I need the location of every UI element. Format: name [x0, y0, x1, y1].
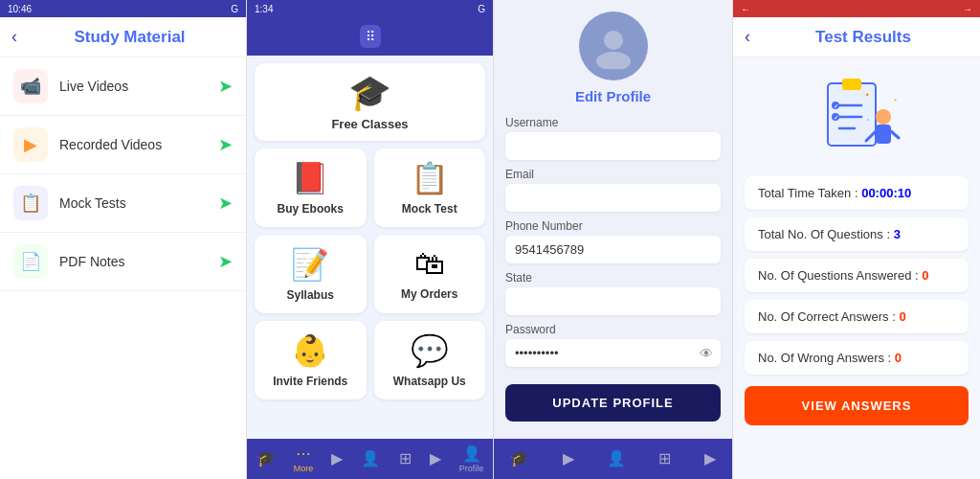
statusbar-1: 10:46 G: [0, 0, 246, 17]
bottom-nav-user[interactable]: 👤: [361, 449, 380, 468]
email-input[interactable]: [505, 184, 721, 212]
bottom-nav-more[interactable]: ⋯ More: [294, 445, 314, 473]
statusbar-2: 1:34 G: [247, 0, 493, 17]
panel3-user-icon: 👤: [607, 449, 626, 468]
state-input[interactable]: [505, 287, 721, 315]
bottom-nav-grid[interactable]: ⊞: [399, 449, 412, 468]
grid-icon: ⊞: [399, 449, 412, 468]
mock-tests-arrow: ➤: [218, 193, 233, 214]
profile-icon: 👤: [462, 445, 481, 463]
state-group: State: [505, 271, 721, 315]
menu-item-recorded-videos[interactable]: ▶ Recorded Videos ➤: [0, 116, 246, 174]
back-button[interactable]: ‹: [11, 27, 17, 47]
eye-toggle-icon[interactable]: 👁: [700, 346, 713, 361]
time-taken-value: 00:00:10: [861, 186, 911, 200]
result-time-taken: Total Time Taken : 00:00:10: [745, 176, 969, 210]
edit-profile-title: Edit Profile: [505, 88, 721, 104]
live-videos-arrow: ➤: [218, 76, 233, 97]
buy-ebooks-icon: 📕: [291, 160, 329, 196]
panel3-nav-user[interactable]: 👤: [607, 449, 626, 468]
statusbar4-left: ←: [741, 4, 750, 14]
app-item-whatsapp-us[interactable]: 💬 Whatsapp Us: [374, 321, 486, 399]
more-label: More: [294, 464, 314, 473]
bottom-nav-play[interactable]: ▶: [430, 449, 441, 468]
app-item-mock-test[interactable]: 📋 Mock Test: [374, 148, 486, 227]
username-input[interactable]: [505, 132, 721, 160]
study-material-panel: 10:46 G ‹ Study Material 📹 Live Videos ➤…: [0, 0, 247, 479]
email-group: Email: [505, 168, 721, 212]
mock-test-label: Mock Test: [402, 202, 457, 216]
app-item-invite-friends[interactable]: 👶 Invite Friends: [255, 321, 367, 399]
panel3-nav-grid[interactable]: ⊞: [658, 449, 671, 468]
menu-item-live-videos[interactable]: 📹 Live Videos ➤: [0, 57, 246, 116]
result-wrong-answers: No. Of Wrong Answers : 0: [745, 341, 969, 375]
mock-test-icon: 📋: [411, 160, 449, 196]
username-label: Username: [505, 116, 721, 129]
view-answers-button[interactable]: VIEW ANSWERS: [745, 386, 969, 425]
phone-input[interactable]: [505, 236, 721, 263]
update-profile-button[interactable]: UPDATE PROFILE: [505, 384, 721, 422]
phone-group: Phone Number: [505, 219, 721, 263]
invite-friends-label: Invite Friends: [273, 375, 347, 388]
svg-rect-3: [842, 79, 861, 90]
svg-line-14: [891, 131, 899, 138]
panel3-nav-play[interactable]: ▶: [704, 449, 716, 468]
user-icon: 👤: [361, 449, 380, 468]
my-orders-label: My Orders: [401, 287, 457, 301]
svg-point-11: [876, 109, 891, 125]
panel3-home-icon: 🎓: [510, 449, 529, 468]
menu-item-pdf-notes[interactable]: 📄 PDF Notes ➤: [0, 233, 246, 291]
app-item-buy-ebooks[interactable]: 📕 Buy Ebooks: [255, 148, 367, 227]
phone-label: Phone Number: [505, 219, 721, 233]
panel3-nav-video[interactable]: ▶: [563, 449, 574, 468]
invite-friends-icon: 👶: [291, 332, 329, 369]
panel3-nav-home[interactable]: 🎓: [510, 449, 529, 468]
back-button-4[interactable]: ‹: [745, 27, 750, 47]
app-item-my-orders[interactable]: 🛍 My Orders: [374, 235, 486, 313]
total-questions-value: 3: [894, 227, 901, 241]
my-orders-icon: 🛍: [414, 246, 445, 282]
profile-label: Profile: [459, 464, 484, 473]
bottom-nav-video[interactable]: ▶: [331, 449, 343, 468]
statusbar-4: ← →: [733, 0, 980, 17]
result-questions-answered: No. Of Questions Answered : 0: [745, 259, 969, 292]
result-illustration: ✓ ✓ ⋆ ⋆ ⋆: [745, 69, 969, 165]
test-results-header: ‹ Test Results: [733, 17, 980, 57]
mock-tests-icon: 📋: [13, 186, 48, 220]
panel4-content: ✓ ✓ ⋆ ⋆ ⋆ Total Time Taken : 00:00:10 To…: [733, 57, 980, 479]
correct-answers-label: No. Of Correct Answers :: [758, 309, 899, 324]
bottom-nav-profile[interactable]: 👤 Profile: [459, 445, 484, 473]
panel3-video-icon: ▶: [563, 449, 574, 468]
panel2-topbar: ⠿: [247, 17, 493, 56]
app-grid-panel: 1:34 G ⠿ 🎓 Free Classes 📕 Buy Ebooks 📋 M…: [247, 0, 494, 479]
grid-toggle-button[interactable]: ⠿: [360, 25, 381, 48]
whatsapp-us-label: Whatsapp Us: [393, 375, 466, 388]
app-item-syllabus[interactable]: 📝 Syllabus: [255, 235, 367, 313]
status-time-2: 1:34: [255, 4, 273, 14]
play-icon: ▶: [430, 449, 441, 468]
bottom-nav-home[interactable]: 🎓: [256, 449, 276, 468]
password-group: Password 👁: [505, 323, 721, 367]
statusbar4-right: →: [963, 4, 972, 14]
menu-item-mock-tests[interactable]: 📋 Mock Tests ➤: [0, 174, 246, 233]
status-time: 10:46: [8, 4, 32, 14]
state-label: State: [505, 271, 721, 285]
panel3-grid-icon: ⊞: [658, 449, 671, 468]
svg-point-0: [604, 31, 623, 50]
pdf-notes-arrow: ➤: [218, 251, 233, 272]
svg-rect-12: [876, 125, 891, 144]
video-icon: ▶: [331, 449, 343, 468]
svg-text:✓: ✓: [834, 115, 838, 121]
total-questions-label: Total No. Of Questions :: [758, 227, 894, 241]
status-icons-2: G: [478, 4, 485, 14]
more-icon: ⋯: [296, 445, 311, 463]
svg-text:✓: ✓: [834, 103, 838, 109]
panel3-bottom-nav: 🎓 ▶ 👤 ⊞ ▶: [494, 439, 732, 479]
recorded-videos-icon: ▶: [13, 127, 48, 162]
password-input[interactable]: [505, 339, 721, 367]
live-videos-label: Live Videos: [59, 79, 218, 94]
edit-profile-panel: Edit Profile Username Email Phone Number…: [494, 0, 733, 479]
questions-answered-label: No. Of Questions Answered :: [758, 268, 922, 283]
free-classes-banner[interactable]: 🎓 Free Classes: [255, 63, 485, 141]
recorded-videos-label: Recorded Videos: [59, 137, 218, 152]
